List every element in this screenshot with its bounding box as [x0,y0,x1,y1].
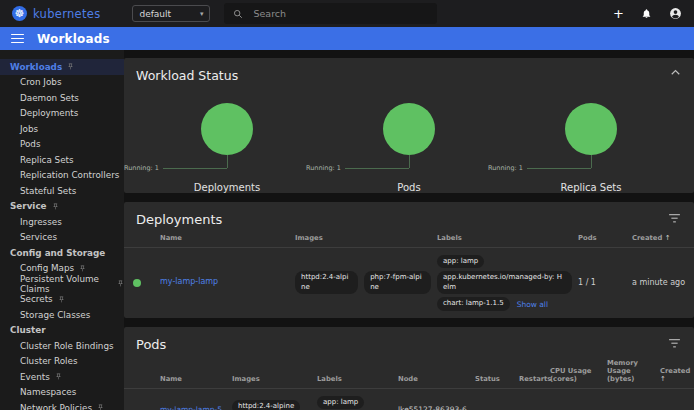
col-node[interactable]: Node [398,375,475,383]
deployment-name-link[interactable]: my-lamp-lamp [160,277,295,288]
col-images[interactable]: Images [295,234,437,242]
label-chip: app.kubernetes.io/managed-by: Helm [437,271,572,294]
sidebar-item-network-policies[interactable]: Network Policies [0,400,124,410]
col-restarts[interactable]: Restarts [519,375,550,383]
sidebar-item-jobs[interactable]: Jobs [0,121,124,137]
kubernetes-logo[interactable]: ☸ kubernetes [12,6,100,21]
sidebar-item-storage-classes[interactable]: Storage Classes [0,307,124,323]
deployments-card-title: Deployments [136,212,222,227]
sort-asc-icon: ↑ [665,234,671,242]
search-box[interactable] [224,3,437,24]
sidebar-section-config-and-storage: Config and Storage [0,245,124,261]
sidebar-item-cron-jobs[interactable]: Cron Jobs [0,75,124,91]
pods-pie-chart[interactable]: Running: 1 Pods [318,95,500,193]
collapse-chevron-up-icon[interactable] [671,69,680,75]
sidebar-item-secrets[interactable]: Secrets [0,292,124,308]
workload-status-card: Workload Status Running: 1 Deployments [124,58,694,193]
pie-running-slice [201,103,253,155]
show-all-button[interactable]: Show all [517,300,548,309]
notifications-bell-icon[interactable] [641,8,652,19]
running-callout: Running: 1 [306,164,341,172]
pods-card: Pods Name Images Labels Node Status Rest… [124,327,694,410]
sidebar-item-namespaces[interactable]: Namespaces [0,385,124,401]
chart-label-deployments: Deployments [194,182,260,193]
col-pods[interactable]: Pods [578,234,632,242]
chart-label-pods: Pods [397,182,420,193]
sidebar-item-cluster-role-bindings[interactable]: Cluster Role Bindings [0,338,124,354]
col-created[interactable]: Created ↑ [660,367,694,383]
running-callout: Running: 1 [488,164,523,172]
node-name: lke55127-86393-622f8d09399a [398,405,475,410]
search-icon [233,9,243,19]
main-content: Workload Status Running: 1 Deployments [124,50,694,410]
sidebar-item-replica-sets[interactable]: Replica Sets [0,152,124,168]
pods-ratio: 1 / 1 [578,278,632,287]
namespace-selector[interactable]: default ▾ [132,5,210,22]
sidebar-item-persistent-volume-claims[interactable]: Persistent Volume Claims [0,276,124,292]
deployments-pie-chart[interactable]: Running: 1 Deployments [136,95,318,193]
chevron-down-icon: ▾ [200,10,204,18]
pod-table-row: my-lamp-lamp-5fd985cf68-jwvz4 httpd:2.4-… [124,389,694,410]
page-title: Workloads [37,32,110,46]
sidebar-item-deployments[interactable]: Deployments [0,106,124,122]
pod-name-link[interactable]: my-lamp-lamp-5fd985cf68-jwvz4 [160,405,232,410]
filter-icon[interactable] [669,214,680,223]
pods-card-title: Pods [136,337,166,352]
col-images[interactable]: Images [232,375,317,383]
create-resource-button[interactable]: + [613,7,624,20]
sidebar-item-service[interactable]: Service [0,199,124,215]
col-name[interactable]: Name [160,375,232,383]
status-ok-icon [133,279,141,287]
sidebar-item-events[interactable]: Events [0,369,124,385]
user-account-icon[interactable] [669,7,682,20]
sidebar-item-cluster-roles[interactable]: Cluster Roles [0,354,124,370]
pods-table-header: Name Images Labels Node Status Restarts … [124,359,694,389]
pin-icon[interactable] [97,404,104,410]
running-callout: Running: 1 [124,164,159,172]
pin-icon[interactable] [67,63,74,70]
pin-icon[interactable] [79,265,86,272]
menu-hamburger-icon[interactable] [11,34,24,44]
pin-icon[interactable] [58,296,65,303]
deployment-table-row: my-lamp-lamp httpd:2.4-alpine php:7-fpm-… [124,248,694,318]
namespace-value: default [139,9,171,19]
sidebar-section-cluster: Cluster [0,323,124,339]
sidebar-item-replication-controllers[interactable]: Replication Controllers [0,168,124,184]
sidebar-item-stateful-sets[interactable]: Stateful Sets [0,183,124,199]
label-chip: app: lamp [317,396,364,409]
search-input[interactable] [253,8,393,19]
col-cpu-usage[interactable]: CPU Usage (cores) [550,367,607,383]
pin-icon[interactable] [52,203,59,210]
col-memory-usage[interactable]: Memory Usage (bytes) [607,359,660,383]
sort-asc-icon: ↑ [660,375,666,383]
workload-status-title: Workload Status [136,68,682,83]
sidebar-item-ingresses[interactable]: Ingresses [0,214,124,230]
col-labels[interactable]: Labels [317,375,398,383]
replica-sets-pie-chart[interactable]: Running: 1 Replica Sets [500,95,682,193]
sidebar-item-services[interactable]: Services [0,230,124,246]
app-bar: Workloads [0,27,694,50]
image-chip: httpd:2.4-alpine [232,400,300,410]
filter-icon[interactable] [669,339,680,348]
col-status[interactable]: Status [475,375,519,383]
image-chip: php:7-fpm-alpine [364,271,431,294]
col-created[interactable]: Created ↑ [632,234,694,242]
pin-icon[interactable] [55,373,62,380]
sidebar-item-pods[interactable]: Pods [0,137,124,153]
col-name[interactable]: Name [160,234,295,242]
deployments-card: Deployments Name Images Labels Pods Crea… [124,202,694,318]
col-labels[interactable]: Labels [437,234,578,242]
pie-running-slice [565,103,617,155]
created-time[interactable]: a minute ago [632,278,685,287]
pin-icon[interactable] [117,280,124,287]
image-chip: httpd:2.4-alpine [295,271,358,294]
kubernetes-helm-icon: ☸ [12,6,27,21]
top-bar: ☸ kubernetes default ▾ + [0,0,694,27]
sidebar-nav: Workloads Cron Jobs Daemon Sets Deployme… [0,50,124,410]
sidebar-item-daemon-sets[interactable]: Daemon Sets [0,90,124,106]
label-chip: chart: lamp-1.1.5 [437,297,510,310]
logo-text: kubernetes [33,7,100,21]
sidebar-item-workloads[interactable]: Workloads [0,59,124,75]
deployments-table-header: Name Images Labels Pods Created ↑ [124,234,694,248]
label-chip: app: lamp [437,255,484,268]
